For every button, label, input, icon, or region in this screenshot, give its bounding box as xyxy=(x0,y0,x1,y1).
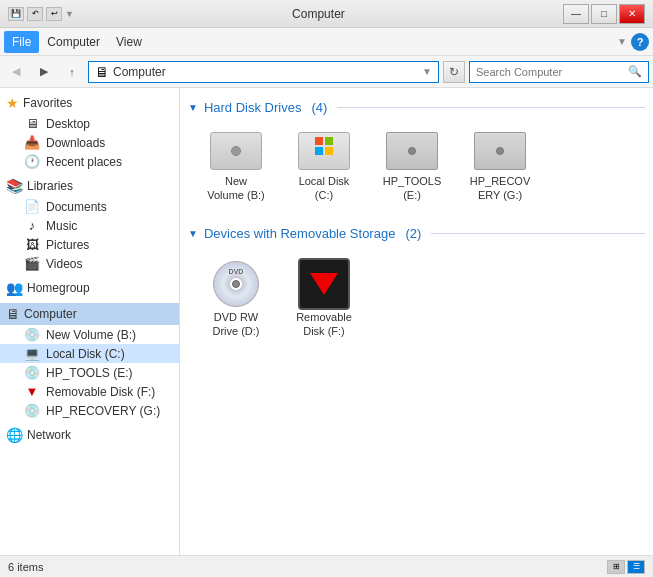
sidebar-computer-header[interactable]: 🖥 Computer xyxy=(0,303,179,325)
homegroup-icon: 👥 xyxy=(6,280,23,296)
view-mode-2-button[interactable]: ☰ xyxy=(627,560,645,574)
menu-file[interactable]: File xyxy=(4,31,39,53)
drive-new-volume[interactable]: NewVolume (B:) xyxy=(196,125,276,210)
removable-section-line xyxy=(431,233,645,234)
window-controls: — □ ✕ xyxy=(563,4,645,24)
local-disk-icon: 💻 xyxy=(24,346,40,361)
hp-tools-icon: 💿 xyxy=(24,365,40,380)
drive-hp-tools[interactable]: HP_TOOLS(E:) xyxy=(372,125,452,210)
menu-expand-arrow[interactable]: ▼ xyxy=(617,36,627,47)
removable-count: (2) xyxy=(405,226,421,241)
close-button[interactable]: ✕ xyxy=(619,4,645,24)
sidebar-computer-section: 🖥 Computer 💿 New Volume (B:) 💻 Local Dis… xyxy=(0,303,179,420)
computer-sidebar-icon: 🖥 xyxy=(6,306,20,322)
sidebar-libraries-header[interactable]: 📚 Libraries xyxy=(0,175,179,197)
address-box[interactable]: 🖥 Computer ▼ xyxy=(88,61,439,83)
drive-removable-disk[interactable]: RemovableDisk (F:) xyxy=(284,251,364,346)
sidebar-desktop-label: Desktop xyxy=(46,117,90,131)
documents-icon: 📄 xyxy=(24,199,40,214)
sidebar-music-label: Music xyxy=(46,219,77,233)
menu-computer[interactable]: Computer xyxy=(39,31,108,53)
sidebar: ★ Favorites 🖥 Desktop 📥 Downloads 🕐 Rece… xyxy=(0,88,180,555)
new-volume-icon: 💿 xyxy=(24,327,40,342)
sidebar-item-local-disk[interactable]: 💻 Local Disk (C:) xyxy=(0,344,179,363)
forward-button[interactable]: ▶ xyxy=(32,61,56,83)
sidebar-item-videos[interactable]: 🎬 Videos xyxy=(0,254,179,273)
sidebar-hp-recovery-label: HP_RECOVERY (G:) xyxy=(46,404,160,418)
back-button[interactable]: ◀ xyxy=(4,61,28,83)
sidebar-item-music[interactable]: ♪ Music xyxy=(0,216,179,235)
status-view-icons: ⊞ ☰ xyxy=(607,560,645,574)
sidebar-item-new-volume[interactable]: 💿 New Volume (B:) xyxy=(0,325,179,344)
removable-drives-grid: DVD RWDrive (D:) RemovableDisk (F:) xyxy=(188,251,645,346)
removable-sidebar-icon: ▼ xyxy=(24,384,40,399)
sidebar-hp-tools-label: HP_TOOLS (E:) xyxy=(46,366,132,380)
drive-dvd-rw[interactable]: DVD RWDrive (D:) xyxy=(196,251,276,346)
windows-flag-icon xyxy=(315,137,333,155)
sidebar-favorites-header[interactable]: ★ Favorites xyxy=(0,92,179,114)
drive-hp-recovery[interactable]: HP_RECOVERY (G:) xyxy=(460,125,540,210)
local-disk-drive-label: Local Disk(C:) xyxy=(299,174,350,203)
qa-icon-3[interactable]: ↩ xyxy=(46,7,62,21)
computer-icon: 🖥 xyxy=(95,64,109,80)
dvd-drive-label: DVD RWDrive (D:) xyxy=(212,310,259,339)
dvd-disc-shape xyxy=(213,261,259,307)
qa-dropdown[interactable]: ▼ xyxy=(65,9,74,19)
videos-icon: 🎬 xyxy=(24,256,40,271)
hdd-icon-g xyxy=(474,132,526,170)
new-volume-drive-label: NewVolume (B:) xyxy=(207,174,264,203)
hard-disk-count: (4) xyxy=(311,100,327,115)
sidebar-item-desktop[interactable]: 🖥 Desktop xyxy=(0,114,179,133)
libraries-icon: 📚 xyxy=(6,178,23,194)
qa-save-icon[interactable]: 💾 xyxy=(8,7,24,21)
address-dropdown-arrow[interactable]: ▼ xyxy=(422,66,432,77)
hard-disk-section-arrow: ▼ xyxy=(188,102,198,113)
menu-view[interactable]: View xyxy=(108,31,150,53)
sidebar-item-downloads[interactable]: 📥 Downloads xyxy=(0,133,179,152)
search-box[interactable]: 🔍 xyxy=(469,61,649,83)
hp-tools-drive-icon xyxy=(386,132,438,170)
maximize-button[interactable]: □ xyxy=(591,4,617,24)
main-layout: ★ Favorites 🖥 Desktop 📥 Downloads 🕐 Rece… xyxy=(0,88,653,555)
qa-icon-2[interactable]: ↶ xyxy=(27,7,43,21)
sidebar-recent-label: Recent places xyxy=(46,155,122,169)
hdd-icon-e xyxy=(386,132,438,170)
refresh-button[interactable]: ↻ xyxy=(443,61,465,83)
sidebar-network-header[interactable]: 🌐 Network xyxy=(0,424,179,446)
status-bar: 6 items ⊞ ☰ xyxy=(0,555,653,577)
removable-section-header: ▼ Devices with Removable Storage (2) xyxy=(188,226,645,243)
hp-recovery-drive-label: HP_RECOVERY (G:) xyxy=(470,174,531,203)
window-title: Computer xyxy=(292,7,345,21)
sidebar-item-recent-places[interactable]: 🕐 Recent places xyxy=(0,152,179,171)
up-button[interactable]: ↑ xyxy=(60,61,84,83)
address-text: Computer xyxy=(113,65,418,79)
sidebar-item-hp-recovery[interactable]: 💿 HP_RECOVERY (G:) xyxy=(0,401,179,420)
removable-disk-icon xyxy=(298,258,350,310)
sidebar-local-disk-label: Local Disk (C:) xyxy=(46,347,125,361)
removable-section-title: Devices with Removable Storage xyxy=(204,226,395,241)
sidebar-item-documents[interactable]: 📄 Documents xyxy=(0,197,179,216)
search-icon: 🔍 xyxy=(628,65,642,78)
win-flag-blue xyxy=(315,147,323,155)
sidebar-network-section: 🌐 Network xyxy=(0,424,179,446)
drive-local-disk[interactable]: Local Disk(C:) xyxy=(284,125,364,210)
sidebar-item-hp-tools[interactable]: 💿 HP_TOOLS (E:) xyxy=(0,363,179,382)
minimize-button[interactable]: — xyxy=(563,4,589,24)
new-volume-drive-icon xyxy=(210,132,262,170)
removable-disk-label: RemovableDisk (F:) xyxy=(296,310,352,339)
sidebar-item-removable[interactable]: ▼ Removable Disk (F:) xyxy=(0,382,179,401)
sidebar-homegroup-header[interactable]: 👥 Homegroup xyxy=(0,277,179,299)
hp-recovery-drive-icon xyxy=(474,132,526,170)
address-bar: ◀ ▶ ↑ 🖥 Computer ▼ ↻ 🔍 xyxy=(0,56,653,88)
hard-disk-section-line xyxy=(337,107,645,108)
sidebar-videos-label: Videos xyxy=(46,257,82,271)
dvd-drive-icon xyxy=(210,258,262,310)
sidebar-favorites-label: Favorites xyxy=(23,96,72,110)
view-mode-1-button[interactable]: ⊞ xyxy=(607,560,625,574)
sidebar-item-pictures[interactable]: 🖼 Pictures xyxy=(0,235,179,254)
help-button[interactable]: ? xyxy=(631,33,649,51)
search-input[interactable] xyxy=(476,66,628,78)
hp-tools-drive-label: HP_TOOLS(E:) xyxy=(383,174,442,203)
removable-section-arrow: ▼ xyxy=(188,228,198,239)
win-flag-red xyxy=(315,137,323,145)
